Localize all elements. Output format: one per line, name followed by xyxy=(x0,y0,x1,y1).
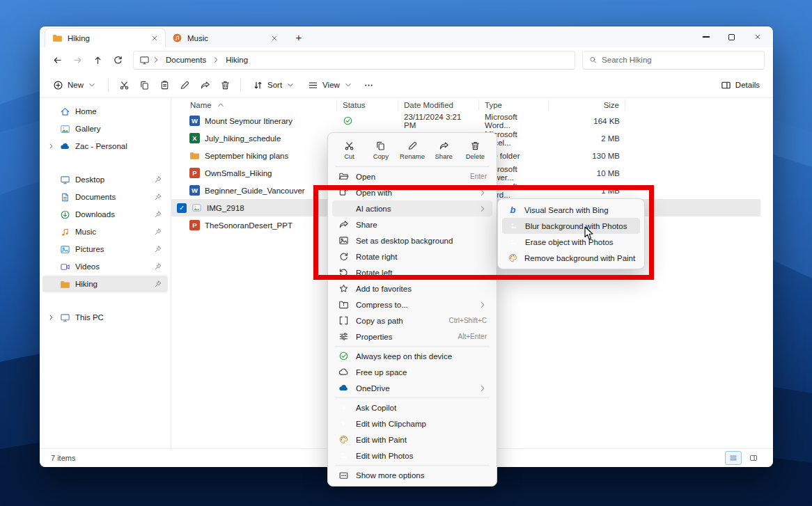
back-button[interactable] xyxy=(48,51,67,70)
new-tab-button[interactable]: + xyxy=(290,29,307,45)
tab-close-icon[interactable] xyxy=(268,32,281,45)
share-button[interactable]: Share xyxy=(428,136,460,164)
sidebar-item-pictures[interactable]: Pictures xyxy=(42,241,168,258)
maximize-button[interactable] xyxy=(719,27,744,47)
sidebar-item-home[interactable]: Home xyxy=(42,103,168,120)
submenu-item-visual-search-with-bing[interactable]: b Visual Search with Bing xyxy=(502,202,640,218)
minimize-button[interactable] xyxy=(693,27,719,47)
details-view-button[interactable] xyxy=(725,451,742,465)
column-header-size[interactable]: Size xyxy=(549,100,625,111)
file-name: Beginner_Guide_Vancouver xyxy=(205,187,305,195)
sort-button[interactable]: Sort xyxy=(247,77,301,94)
divider xyxy=(108,78,109,92)
chevron-down-icon xyxy=(88,81,96,89)
menu-item-edit-with-paint[interactable]: Edit with Paint xyxy=(332,432,492,448)
menu-item-show-more-options[interactable]: Show more options xyxy=(332,467,492,483)
search-input[interactable] xyxy=(602,56,758,64)
menu-item-share[interactable]: Share xyxy=(332,216,492,232)
sidebar-item-music[interactable]: Music xyxy=(42,223,168,240)
sidebar-item-gallery[interactable]: Gallery xyxy=(42,120,168,137)
menu-item-set-as-desktop-background[interactable]: Set as desktop background xyxy=(332,232,492,248)
file-name: Mount Seymour Itinerary xyxy=(205,117,292,125)
chevron-right-icon[interactable] xyxy=(47,313,55,322)
copy-button[interactable] xyxy=(134,75,154,95)
menu-item-rotate-left[interactable]: Rotate left xyxy=(332,264,492,280)
menu-item-free-up-space[interactable]: Free up space xyxy=(332,364,492,380)
pin-icon xyxy=(154,193,162,201)
rotate-right-icon xyxy=(338,251,349,262)
cut-button[interactable]: Cut xyxy=(334,136,365,164)
sidebar-item-label: Documents xyxy=(75,193,149,201)
menu-item-add-to-favorites[interactable]: Add to favorites xyxy=(332,280,492,297)
column-header-status[interactable]: Status xyxy=(337,100,398,111)
file-row[interactable]: W Mount Seymour Itinerary 23/11/2024 3:2… xyxy=(171,112,760,129)
up-button[interactable] xyxy=(88,51,107,70)
menu-divider xyxy=(335,465,490,466)
menu-item-open[interactable]: Open Enter xyxy=(332,168,492,184)
sidebar-item-desktop[interactable]: Desktop xyxy=(42,171,168,188)
column-header-date-modified[interactable]: Date Modified xyxy=(398,100,479,111)
breadcrumb-item-hiking[interactable]: Hiking xyxy=(222,54,251,65)
pc-icon xyxy=(60,313,70,323)
chevron-right-icon[interactable] xyxy=(47,142,55,150)
rename-button[interactable] xyxy=(175,75,194,95)
details-pane-button[interactable]: Details xyxy=(715,77,766,94)
sort-ascending-icon xyxy=(217,101,225,109)
file-size: 130 MB xyxy=(549,152,625,160)
submenu-item-erase-object-with-photos[interactable]: Erase object with Photos xyxy=(502,234,640,250)
new-button[interactable]: New xyxy=(47,77,102,94)
sidebar-item-onedrive-personal[interactable]: Zac - Personal xyxy=(42,138,168,155)
videos-icon xyxy=(60,262,70,272)
submenu-item-blur-background-with-photos[interactable]: Blur background with Photos xyxy=(502,218,640,234)
chevron-right-icon xyxy=(478,301,487,309)
view-button[interactable]: View xyxy=(302,77,359,94)
menu-item-compress-to[interactable]: Compress to... xyxy=(332,297,492,313)
menu-item-properties[interactable]: Properties Alt+Enter xyxy=(332,329,492,345)
forward-button[interactable] xyxy=(68,51,87,70)
delete-button[interactable] xyxy=(215,75,235,95)
menu-item-rotate-right[interactable]: Rotate right xyxy=(332,248,492,264)
menu-item-copy-as-path[interactable]: Copy as path Ctrl+Shift+C xyxy=(332,313,492,329)
breadcrumb[interactable]: Documents Hiking xyxy=(133,51,575,70)
search-box[interactable] xyxy=(582,51,765,70)
sidebar-item-hiking[interactable]: Hiking xyxy=(42,276,168,292)
delete-button[interactable]: Delete xyxy=(460,136,491,164)
sidebar-item-documents[interactable]: Documents xyxy=(42,189,168,205)
submenu-item-remove-background-with-paint[interactable]: Remove background with Paint xyxy=(502,250,640,266)
checkbox-checked-icon[interactable]: ✓ xyxy=(177,203,187,213)
chevron-right-icon xyxy=(152,56,160,64)
copy-path-icon xyxy=(338,315,349,326)
rename-button[interactable]: Rename xyxy=(396,136,428,164)
menu-item-always-keep-on-this-device[interactable]: Always keep on this device xyxy=(332,348,492,364)
details-button-label: Details xyxy=(735,81,760,89)
tab-hiking[interactable]: Hiking xyxy=(45,29,165,47)
share-button[interactable] xyxy=(195,75,214,95)
free-up-space-icon xyxy=(338,367,349,377)
sidebar-item-this-pc[interactable]: This PC xyxy=(42,309,168,326)
menu-item-onedrive[interactable]: OneDrive xyxy=(332,380,492,396)
more-commands-button[interactable] xyxy=(359,75,379,95)
refresh-button[interactable] xyxy=(109,51,127,70)
close-button[interactable] xyxy=(744,27,770,47)
sidebar-item-videos[interactable]: Videos xyxy=(42,258,168,275)
column-header-name[interactable]: Name xyxy=(171,100,337,111)
cut-button[interactable] xyxy=(114,75,134,95)
sidebar-item-downloads[interactable]: Downloads xyxy=(42,206,168,223)
menu-item-ai-actions[interactable]: AI actions xyxy=(332,200,492,216)
pin-icon xyxy=(154,245,162,253)
paste-button[interactable] xyxy=(155,75,174,95)
menu-item-edit-with-clipchamp[interactable]: Edit with Clipchamp xyxy=(332,416,492,432)
bing-icon: b xyxy=(508,205,518,215)
breadcrumb-item-documents[interactable]: Documents xyxy=(162,54,210,65)
menu-item-open-with[interactable]: Open with xyxy=(332,184,492,200)
thumbnail-view-button[interactable] xyxy=(745,451,762,465)
menu-item-edit-with-photos[interactable]: Edit with Photos xyxy=(332,448,492,464)
file-name: TheSonoranDesert_PPT xyxy=(205,221,292,230)
navigation-pane: Home Gallery Zac - Personal Desktop xyxy=(40,98,171,448)
sidebar-item-label: Videos xyxy=(75,262,149,271)
tab-close-icon[interactable] xyxy=(148,32,161,45)
tab-music[interactable]: Music xyxy=(165,29,285,47)
sidebar-item-label: Desktop xyxy=(75,175,149,184)
column-header-type[interactable]: Type xyxy=(479,100,549,111)
copy-button[interactable]: Copy xyxy=(365,136,396,164)
